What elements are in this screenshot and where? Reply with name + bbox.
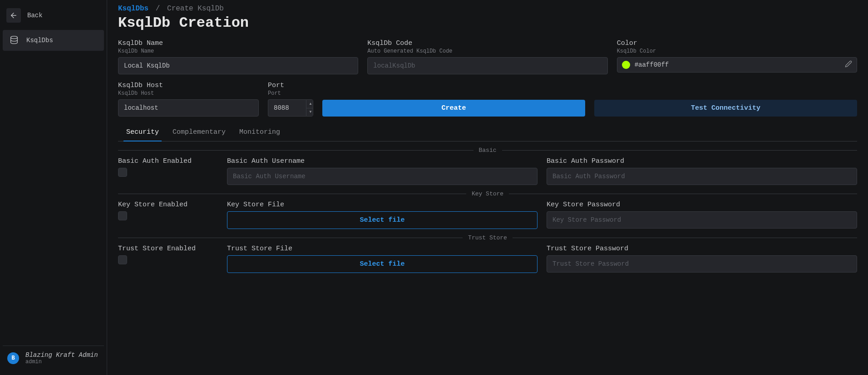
test-connectivity-button[interactable]: Test Connectivity — [594, 100, 857, 117]
user-username: admin — [25, 359, 98, 365]
field-truststore-file: Trust Store File Select file — [227, 245, 538, 273]
keystore-password-input[interactable] — [547, 211, 857, 229]
breadcrumb-sep: / — [156, 5, 160, 13]
divider-truststore: Trust Store — [118, 234, 857, 241]
color-label: Color — [617, 39, 857, 47]
field-truststore-password: Trust Store Password — [547, 245, 857, 273]
svg-point-1 — [11, 36, 18, 39]
truststore-password-input[interactable] — [547, 255, 857, 273]
divider-keystore: Key Store — [118, 190, 857, 197]
field-ksqldb-name: KsqlDb Name KsqlDb Name — [118, 39, 358, 74]
basic-username-input[interactable] — [227, 168, 538, 185]
divider-basic: Basic — [118, 147, 857, 154]
port-step-down[interactable]: ▼ — [306, 108, 313, 117]
truststore-enabled-checkbox[interactable] — [118, 255, 127, 264]
tabs: Security Complementary Monitoring — [118, 124, 857, 141]
keystore-password-label: Key Store Password — [547, 201, 857, 209]
host-label: KsqlDb Host — [118, 82, 259, 89]
basic-enabled-checkbox[interactable] — [118, 168, 127, 177]
port-sublabel: Port — [268, 90, 313, 97]
tab-monitoring[interactable]: Monitoring — [237, 124, 283, 141]
database-icon — [8, 34, 20, 46]
field-basic-auth-password: Basic Auth Password — [547, 157, 857, 185]
truststore-password-label: Trust Store Password — [547, 245, 857, 253]
field-keystore-file: Key Store File Select file — [227, 201, 538, 229]
page-title: KsqlDb Creation — [118, 15, 857, 31]
field-truststore-enabled: Trust Store Enabled — [118, 245, 218, 273]
sidebar: Back KsqlDbs B Blazing Kraft Admin admin — [0, 0, 107, 375]
sidebar-back-label: Back — [27, 12, 43, 19]
truststore-select-file-button[interactable]: Select file — [227, 255, 538, 273]
keystore-enabled-label: Key Store Enabled — [118, 201, 218, 209]
basic-password-input[interactable] — [547, 168, 857, 185]
name-input[interactable] — [118, 57, 358, 74]
port-step-up[interactable]: ▲ — [306, 100, 313, 108]
arrow-left-icon — [6, 8, 21, 23]
port-stepper: ▲ ▼ — [306, 99, 313, 117]
basic-password-label: Basic Auth Password — [547, 157, 857, 165]
breadcrumb-current: Create KsqlDb — [167, 5, 224, 13]
user-info: Blazing Kraft Admin admin — [25, 351, 98, 365]
name-label: KsqlDb Name — [118, 39, 358, 47]
breadcrumb-parent-link[interactable]: KsqlDbs — [118, 5, 148, 13]
field-basic-auth-enabled: Basic Auth Enabled — [118, 157, 218, 185]
color-input-wrapper[interactable] — [617, 57, 857, 73]
host-input[interactable] — [118, 99, 259, 117]
color-sublabel: KsqlDb Color — [617, 48, 857, 54]
color-swatch-icon — [622, 61, 630, 69]
sidebar-item-ksqldbs[interactable]: KsqlDbs — [3, 30, 104, 51]
pencil-icon[interactable] — [845, 60, 852, 69]
port-label: Port — [268, 82, 313, 89]
color-input[interactable] — [635, 61, 840, 68]
field-ksqldb-color: Color KsqlDb Color — [617, 39, 857, 74]
basic-enabled-label: Basic Auth Enabled — [118, 157, 218, 165]
code-sublabel: Auto Generated KsqlDb Code — [367, 48, 607, 54]
create-button[interactable]: Create — [322, 100, 585, 117]
truststore-file-label: Trust Store File — [227, 245, 538, 253]
sidebar-user[interactable]: B Blazing Kraft Admin admin — [3, 346, 104, 370]
field-keystore-enabled: Key Store Enabled — [118, 201, 218, 229]
user-display-name: Blazing Kraft Admin — [25, 351, 98, 359]
breadcrumb: KsqlDbs / Create KsqlDb — [118, 5, 857, 13]
basic-username-label: Basic Auth Username — [227, 157, 538, 165]
code-input — [367, 57, 607, 74]
avatar: B — [7, 352, 19, 364]
field-ksqldb-host: KsqlDb Host KsqlDb Host — [118, 82, 259, 117]
keystore-enabled-checkbox[interactable] — [118, 211, 127, 220]
main-content: KsqlDbs / Create KsqlDb KsqlDb Creation … — [107, 0, 868, 375]
truststore-enabled-label: Trust Store Enabled — [118, 245, 218, 253]
field-basic-auth-username: Basic Auth Username — [227, 157, 538, 185]
field-ksqldb-code: KsqlDb Code Auto Generated KsqlDb Code — [367, 39, 607, 74]
sidebar-item-label: KsqlDbs — [26, 37, 53, 44]
name-sublabel: KsqlDb Name — [118, 48, 358, 54]
field-keystore-password: Key Store Password — [547, 201, 857, 229]
keystore-select-file-button[interactable]: Select file — [227, 211, 538, 229]
field-ksqldb-port: Port Port ▲ ▼ — [268, 82, 313, 117]
tab-security[interactable]: Security — [123, 124, 162, 141]
code-label: KsqlDb Code — [367, 39, 607, 47]
sidebar-back-button[interactable]: Back — [3, 5, 104, 26]
keystore-file-label: Key Store File — [227, 201, 538, 209]
port-input[interactable] — [268, 99, 306, 117]
tab-complementary[interactable]: Complementary — [170, 124, 228, 141]
host-sublabel: KsqlDb Host — [118, 90, 259, 97]
